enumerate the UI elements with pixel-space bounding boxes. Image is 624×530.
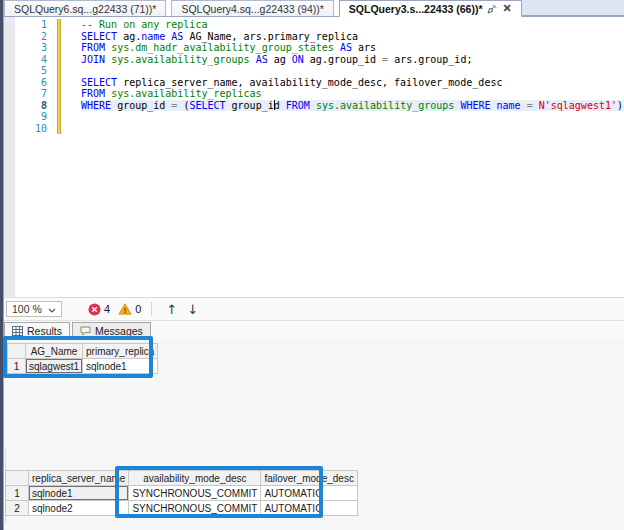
close-icon[interactable]: ✕ [503, 3, 512, 14]
row-number[interactable]: 1 [6, 486, 29, 501]
row-number[interactable]: 2 [6, 501, 29, 516]
code-lines[interactable]: -- Run on any replicaSELECT ag.name AS A… [81, 19, 624, 134]
zoom-level-select[interactable]: 100 % [6, 301, 62, 317]
code-editor[interactable]: 12345678910 -- Run on any replicaSELECT … [4, 17, 624, 297]
messages-icon [80, 326, 91, 336]
code-line[interactable]: WHERE group_id = (SELECT group_id FROM s… [81, 100, 624, 112]
code-token-id: replica_server_name, availability_mode_d… [117, 77, 502, 88]
tab-label: SQLQuery3.s...22433 (66))* [349, 3, 483, 15]
indicator-margin [4, 17, 15, 297]
grid-cell[interactable]: sqlnode1 [29, 486, 129, 501]
next-arrow-icon[interactable]: ↓ [187, 302, 198, 317]
warning-count: 0 [135, 303, 141, 315]
line-number: 4 [15, 54, 47, 66]
code-line[interactable]: FROM sys.dm_hadr_availability_group_stat… [81, 42, 624, 54]
line-number: 2 [15, 31, 47, 43]
code-token-kw: FROM [286, 100, 310, 111]
grid-cell[interactable]: sqlnode2 [29, 501, 129, 516]
code-token-kw: AS [171, 31, 183, 42]
code-token-kw: SELECT [81, 31, 117, 42]
code-token-id: AG_Name, ars.primary_replica [183, 31, 358, 42]
code-token-kw: AS [340, 42, 352, 53]
messages-tab-label: Messages [95, 325, 143, 337]
code-token-kw: WHERE [460, 100, 490, 111]
chevron-down-icon [48, 303, 56, 315]
line-number: 5 [15, 65, 47, 77]
code-token-id: ( [177, 100, 189, 111]
code-token-kw: name [141, 31, 165, 42]
code-token-id: ars [352, 42, 376, 53]
code-line[interactable]: SELECT ag.name AS AG_Name, ars.primary_r… [81, 31, 624, 43]
code-token-id: ag [268, 54, 292, 65]
code-token-kw: JOIN [81, 54, 105, 65]
code-token-kw: AS [256, 54, 268, 65]
code-line[interactable] [81, 65, 624, 77]
tab-sqlquery6[interactable]: SQLQuery6.sq...g22433 (71))* [4, 0, 166, 16]
pin-icon[interactable] [487, 4, 497, 14]
code-token-com: -- Run on any replica [81, 19, 207, 30]
code-token-sys: sys.dm_hadr_availability_group_states [111, 42, 334, 53]
line-number: 10 [15, 123, 47, 135]
unsaved-changes-bar [57, 19, 61, 134]
code-line[interactable]: JOIN sys.availability_groups AS ag ON ag… [81, 54, 624, 66]
line-number: 9 [15, 111, 47, 123]
code-token-str: N'sqlagwest1' [539, 100, 617, 111]
code-token-id: group_i [226, 100, 274, 111]
code-token-kw: SELECT [81, 77, 117, 88]
tab-strip-filler [522, 0, 624, 16]
line-numbers: 12345678910 [15, 19, 47, 134]
separator [151, 302, 152, 316]
line-number: 1 [15, 19, 47, 31]
code-token-kw: SELECT [189, 100, 225, 111]
svg-text:!: ! [124, 306, 127, 315]
code-line[interactable] [81, 123, 624, 135]
code-token-id: ); [617, 100, 624, 111]
tab-label: SQLQuery6.sq...g22433 (71))* [14, 3, 156, 15]
code-token-id: ag. [117, 31, 141, 42]
code-line[interactable]: FROM sys.availability_replicas [81, 88, 624, 100]
code-token-kw: ON [292, 54, 304, 65]
editor-status-bar: 100 % 4 ! 0 ↑ ↓ [4, 297, 624, 321]
code-token-kw: FROM [81, 88, 105, 99]
code-token-kw: name [497, 100, 521, 111]
annotation-box-mode-columns [115, 466, 323, 518]
previous-arrow-icon[interactable]: ↑ [166, 302, 177, 317]
code-line[interactable]: -- Run on any replica [81, 19, 624, 31]
line-number: 7 [15, 88, 47, 100]
code-token-id: ag.group_id [304, 54, 382, 65]
code-line[interactable]: SELECT replica_server_name, availability… [81, 77, 624, 89]
results-tab-label: Results [27, 325, 62, 337]
tab-sqlquery4[interactable]: SQLQuery4.sq...g22433 (94))* [171, 0, 333, 16]
warning-icon[interactable]: ! [118, 303, 132, 315]
code-token-sys: sys.availability_groups [316, 100, 454, 111]
tab-label: SQLQuery4.sq...g22433 (94))* [181, 3, 323, 15]
code-token-kw: WHERE [81, 100, 111, 111]
code-token-id: group_id [111, 100, 171, 111]
code-line[interactable] [81, 111, 624, 123]
document-tab-bar: SQLQuery6.sq...g22433 (71))* SQLQuery4.s… [4, 0, 624, 17]
zoom-level-value: 100 % [12, 303, 42, 315]
code-token-id: ars.group_id; [388, 54, 472, 65]
tab-sqlquery3-active[interactable]: SQLQuery3.s...22433 (66))* ✕ [339, 0, 522, 17]
code-token-kw: FROM [81, 42, 105, 53]
line-number: 3 [15, 42, 47, 54]
code-token-id: d [274, 100, 286, 111]
code-token-sys: sys.availability_replicas [111, 88, 262, 99]
line-number: 8 [15, 100, 47, 112]
annotation-box-ag-result [3, 336, 153, 378]
code-token-sys: sys.availability_groups [111, 54, 249, 65]
grid-corner-header[interactable] [6, 471, 29, 486]
line-number: 6 [15, 77, 47, 89]
error-count: 4 [104, 303, 110, 315]
error-icon[interactable] [88, 303, 101, 316]
column-header[interactable]: replica_server_name [29, 471, 129, 486]
results-grid-icon [12, 326, 23, 336]
